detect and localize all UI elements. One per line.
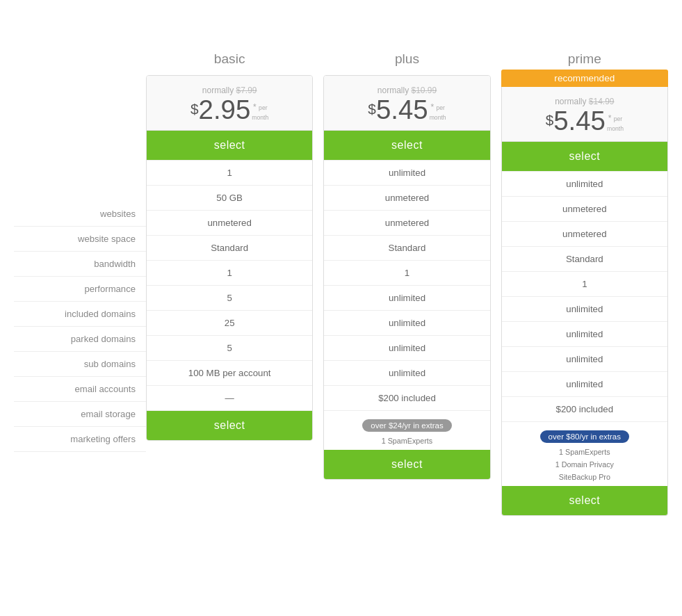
plan-card-prime: normally $14.99$5.45* permonthselectunli…: [501, 87, 668, 516]
extras-item-prime-1: 1 Domain Privacy: [509, 458, 660, 471]
feature-cell-plus-5: unlimited: [324, 286, 489, 311]
feature-cell-basic-8: 100 MB per account: [147, 361, 312, 386]
extras-item-prime-2: SiteBackup Pro: [509, 471, 660, 483]
feature-cell-prime-3: Standard: [502, 247, 667, 272]
plans-wrapper: basicnormally $7.99$2.95* permonthselect…: [146, 49, 668, 516]
select-button-top-plus[interactable]: select: [324, 131, 489, 160]
plan-col-prime: primerecommendednormally $14.99$5.45* pe…: [501, 49, 668, 516]
feature-rows-prime: unlimitedunmeteredunmeteredStandard1unli…: [502, 171, 667, 422]
feature-cell-plus-3: Standard: [324, 236, 489, 261]
feature-cell-plus-0: unlimited: [324, 161, 489, 186]
price-amount-basic: 2.95: [199, 97, 251, 123]
price-dollar-basic: $: [190, 101, 199, 117]
select-button-bottom-prime[interactable]: select: [502, 486, 667, 515]
feature-label-marketing-offers: marketing offers: [14, 427, 146, 452]
extras-badge-prime: over $80/yr in extras: [540, 430, 629, 443]
extras-item-prime-0: 1 SpamExperts: [509, 446, 660, 458]
feature-label-included-domains: included domains: [14, 302, 146, 327]
price-main-basic: $2.95* permonth: [154, 97, 305, 123]
price-area-plus: normally $10.99$5.45* permonth: [324, 76, 489, 131]
price-amount-plus: 5.45: [376, 97, 428, 123]
select-button-bottom-basic[interactable]: select: [147, 411, 312, 440]
feature-cell-plus-7: unlimited: [324, 336, 489, 361]
price-asterisk-plus: * permonth: [430, 102, 446, 122]
feature-cell-basic-4: 1: [147, 261, 312, 286]
feature-label-sub-domains: sub domains: [14, 352, 146, 377]
plan-name-prime: prime: [501, 49, 668, 70]
normally-text-plus: normally $10.99: [331, 86, 482, 95]
normally-text-prime: normally $14.99: [509, 97, 660, 106]
extras-area-prime: over $80/yr in extras1 SpamExperts1 Doma…: [502, 422, 667, 486]
feature-cell-prime-9: $200 included: [502, 397, 667, 422]
feature-cell-basic-2: unmetered: [147, 211, 312, 236]
strike-price-plus: $10.99: [411, 86, 437, 95]
feature-cell-prime-8: unlimited: [502, 372, 667, 397]
feature-cell-plus-6: unlimited: [324, 311, 489, 336]
extras-item-plus-0: 1 SpamExperts: [331, 435, 482, 447]
price-area-prime: normally $14.99$5.45* permonth: [502, 87, 667, 142]
feature-label-bandwidth: bandwidth: [14, 252, 146, 277]
price-dollar-prime: $: [546, 112, 554, 129]
normally-text-basic: normally $7.99: [154, 86, 305, 95]
price-asterisk-basic: * permonth: [252, 102, 268, 122]
feature-label-parked-domains: parked domains: [14, 327, 146, 352]
plan-name-wrap-prime: primerecommended: [501, 49, 668, 87]
plan-card-plus: normally $10.99$5.45* permonthselectunli…: [323, 75, 490, 480]
feature-cell-prime-0: unlimited: [502, 172, 667, 197]
select-button-bottom-plus[interactable]: select: [324, 450, 489, 479]
price-main-plus: $5.45* permonth: [331, 97, 482, 123]
price-suffix-basic: * permonth: [252, 102, 268, 122]
price-dollar-plus: $: [368, 101, 376, 117]
feature-cell-plus-9: $200 included: [324, 386, 489, 411]
select-button-top-prime[interactable]: select: [502, 142, 667, 171]
feature-label-performance: performance: [14, 277, 146, 302]
feature-cell-basic-0: 1: [147, 161, 312, 186]
feature-labels-column: websiteswebsite spacebandwidthperformanc…: [14, 49, 146, 452]
plans-container: websiteswebsite spacebandwidthperformanc…: [14, 49, 668, 516]
feature-label-websites: websites: [14, 202, 146, 227]
feature-cell-prime-7: unlimited: [502, 347, 667, 372]
feature-cell-plus-8: unlimited: [324, 361, 489, 386]
feature-cell-basic-6: 25: [147, 311, 312, 336]
price-main-prime: $5.45* permonth: [509, 108, 660, 134]
price-asterisk-prime: * permonth: [607, 113, 624, 133]
price-amount-prime: 5.45: [553, 108, 606, 134]
feature-rows-plus: unlimitedunmeteredunmeteredStandard1unli…: [324, 160, 489, 411]
select-button-top-basic[interactable]: select: [147, 131, 312, 160]
feature-cell-basic-9: —: [147, 386, 312, 411]
feature-cell-prime-1: unmetered: [502, 197, 667, 222]
feature-cell-plus-2: unmetered: [324, 211, 489, 236]
extras-badge-plus: over $24/yr in extras: [362, 419, 451, 432]
feature-cell-basic-5: 5: [147, 286, 312, 311]
feature-label-website-space: website space: [14, 227, 146, 252]
price-area-basic: normally $7.99$2.95* permonth: [147, 76, 312, 131]
feature-label-email-storage: email storage: [14, 402, 146, 427]
plan-col-basic: basicnormally $7.99$2.95* permonthselect…: [146, 49, 313, 516]
feature-cell-prime-6: unlimited: [502, 322, 667, 347]
feature-cell-basic-1: 50 GB: [147, 186, 312, 211]
feature-cell-prime-5: unlimited: [502, 297, 667, 322]
strike-price-basic: $7.99: [236, 86, 257, 95]
extras-area-plus: over $24/yr in extras1 SpamExperts: [324, 411, 489, 450]
strike-price-prime: $14.99: [589, 97, 615, 106]
feature-cell-prime-4: 1: [502, 272, 667, 297]
feature-cell-plus-1: unmetered: [324, 186, 489, 211]
feature-cell-plus-4: 1: [324, 261, 489, 286]
recommended-badge: recommended: [501, 70, 668, 87]
feature-cell-basic-3: Standard: [147, 236, 312, 261]
plan-name-plus: plus: [323, 49, 490, 70]
plan-name-basic: basic: [146, 49, 313, 70]
price-suffix-plus: * permonth: [430, 102, 446, 122]
feature-rows-basic: 150 GBunmeteredStandard15255100 MB per a…: [147, 160, 312, 411]
plan-col-plus: plusnormally $10.99$5.45* permonthselect…: [323, 49, 490, 516]
feature-cell-basic-7: 5: [147, 336, 312, 361]
feature-label-email-accounts: email accounts: [14, 377, 146, 402]
price-suffix-prime: * permonth: [607, 113, 624, 133]
feature-cell-prime-2: unmetered: [502, 222, 667, 247]
plan-card-basic: normally $7.99$2.95* permonthselect150 G…: [146, 75, 313, 441]
